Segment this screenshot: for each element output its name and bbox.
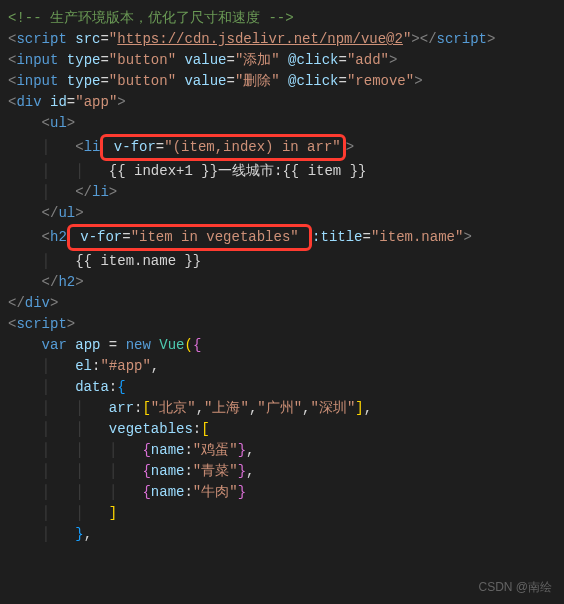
code-line: │ <li v-for="(item,index) in arr"> <box>8 134 556 161</box>
code-line: │ │ │ {name:"牛肉"} <box>8 482 556 503</box>
code-line: <!-- 生产环境版本，优化了尺寸和速度 --> <box>8 8 556 29</box>
code-line: </ul> <box>8 203 556 224</box>
code-line: │ │ {{ index+1 }}一线城市:{{ item }} <box>8 161 556 182</box>
code-line: </div> <box>8 293 556 314</box>
code-line: <ul> <box>8 113 556 134</box>
highlight-box: v-for="(item,index) in arr" <box>100 134 345 161</box>
code-line: │ │ vegetables:[ <box>8 419 556 440</box>
code-line: <script> <box>8 314 556 335</box>
code-line: │ {{ item.name }} <box>8 251 556 272</box>
code-line: <script src="https://cdn.jsdelivr.net/np… <box>8 29 556 50</box>
code-line: │ }, <box>8 524 556 545</box>
code-line: │ │ │ {name:"鸡蛋"}, <box>8 440 556 461</box>
code-line: var app = new Vue({ <box>8 335 556 356</box>
highlight-box: v-for="item in vegetables" <box>67 224 312 251</box>
code-editor: <!-- 生产环境版本，优化了尺寸和速度 --> <script src="ht… <box>8 8 556 545</box>
code-line: </h2> <box>8 272 556 293</box>
code-line: │ data:{ <box>8 377 556 398</box>
code-line: │ el:"#app", <box>8 356 556 377</box>
code-line: │ │ │ {name:"青菜"}, <box>8 461 556 482</box>
code-line: │ </li> <box>8 182 556 203</box>
code-line: <input type="button" value="删除" @click="… <box>8 71 556 92</box>
code-line: │ │ arr:["北京","上海","广州","深圳"], <box>8 398 556 419</box>
code-line: <h2 v-for="item in vegetables" :title="i… <box>8 224 556 251</box>
code-line: │ │ ] <box>8 503 556 524</box>
code-line: <div id="app"> <box>8 92 556 113</box>
watermark: CSDN @南绘 <box>478 578 552 596</box>
code-line: <input type="button" value="添加" @click="… <box>8 50 556 71</box>
